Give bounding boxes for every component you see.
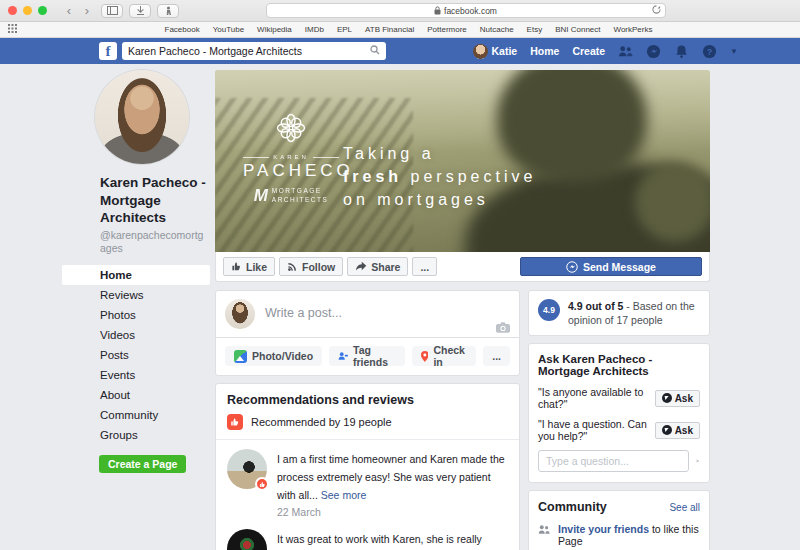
see-more-link[interactable]: See more xyxy=(321,489,367,501)
tag-friends-icon xyxy=(338,350,348,362)
refresh-icon xyxy=(652,5,661,14)
bookmark-item[interactable]: Nutcache xyxy=(480,25,514,34)
suggested-question: "Is anyone available to chat?" xyxy=(538,386,655,410)
account-menu-caret-icon[interactable]: ▼ xyxy=(730,47,738,56)
review-date[interactable]: 22 March xyxy=(277,506,508,518)
download-extension-button[interactable] xyxy=(129,4,151,18)
sidebar-item-about[interactable]: About xyxy=(62,385,210,405)
tag-friends-button[interactable]: Tag friends xyxy=(329,346,405,366)
address-bar[interactable]: facebook.com xyxy=(266,3,666,18)
close-window-button[interactable] xyxy=(8,6,17,15)
create-page-button[interactable]: Create a Page xyxy=(99,455,186,473)
browser-window: ‹ › facebook.com xyxy=(0,0,800,550)
home-link[interactable]: Home xyxy=(530,45,559,57)
user-name: Katie xyxy=(492,45,518,57)
thumb-up-icon xyxy=(231,261,242,272)
like-button[interactable]: Like xyxy=(223,257,275,276)
sidebar-item-events[interactable]: Events xyxy=(62,365,210,385)
facebook-page-body: Karen Pacheco - Mortgage Architects @kar… xyxy=(0,64,800,550)
share-arrow-icon xyxy=(355,261,367,272)
reviewer-avatar[interactable] xyxy=(227,529,267,550)
create-link[interactable]: Create xyxy=(572,45,605,57)
check-in-pin-icon xyxy=(421,350,429,363)
sidebar-item-community[interactable]: Community xyxy=(62,405,210,425)
facebook-search-input[interactable]: Karen Pacheco - Mortgage Architects xyxy=(122,42,386,60)
bookmark-item[interactable]: Facebook xyxy=(165,25,200,34)
download-icon xyxy=(136,6,145,15)
messenger-bolt-icon xyxy=(566,261,578,273)
back-button[interactable]: ‹ xyxy=(61,4,77,18)
sidebar-item-videos[interactable]: Videos xyxy=(62,325,210,345)
ma-mark: M xyxy=(254,187,268,204)
forward-button[interactable]: › xyxy=(79,4,95,18)
bookmarks-grid-icon[interactable] xyxy=(8,24,17,35)
minimize-window-button[interactable] xyxy=(23,6,32,15)
notifications-icon[interactable] xyxy=(674,44,689,59)
ask-button[interactable]: Ask xyxy=(655,390,700,407)
photo-video-button[interactable]: Photo/Video xyxy=(225,346,322,366)
bookmark-item[interactable]: Etsy xyxy=(527,25,543,34)
sidebar-item-home[interactable]: Home xyxy=(62,265,210,285)
bookmark-item[interactable]: BNI Connect xyxy=(555,25,600,34)
share-button[interactable]: Share xyxy=(347,257,408,276)
review-text: I am a first time homeowner and Karen ma… xyxy=(277,453,505,501)
url-text: facebook.com xyxy=(444,6,497,16)
sidebar-item-posts[interactable]: Posts xyxy=(62,345,210,365)
svg-text:?: ? xyxy=(707,46,712,56)
page-handle: @karenpachecomortgages xyxy=(100,229,204,255)
cover-photo[interactable]: KAREN PACHECO M MORTGAGE ARCHITECTS Taki… xyxy=(215,70,710,252)
sidebar-item-groups[interactable]: Groups xyxy=(62,425,210,445)
reviewer-avatar[interactable] xyxy=(227,449,267,489)
see-all-link[interactable]: See all xyxy=(669,502,700,513)
sidebar-item-reviews[interactable]: Reviews xyxy=(62,285,210,305)
extension-button[interactable] xyxy=(157,4,179,18)
reviews-title: Recommendations and reviews xyxy=(216,384,519,414)
zoom-window-button[interactable] xyxy=(38,6,47,15)
ask-button[interactable]: Ask xyxy=(655,422,700,439)
composer-placeholder: Write a post... xyxy=(265,306,342,320)
send-message-button[interactable]: Send Message xyxy=(520,257,702,276)
page-title: Karen Pacheco - Mortgage Architects xyxy=(100,174,210,227)
more-actions-button[interactable]: ... xyxy=(412,257,437,276)
profile-shortcut[interactable]: Katie xyxy=(473,44,518,59)
invite-friends-link[interactable]: Invite your friends xyxy=(558,523,649,535)
bookmark-item[interactable]: IMDb xyxy=(305,25,324,34)
feed-column: Write a post... Photo/Video Tag fri xyxy=(215,290,520,550)
messenger-icon[interactable] xyxy=(646,44,661,59)
bookmark-item[interactable]: YouTube xyxy=(213,25,244,34)
browser-toolbar: ‹ › facebook.com xyxy=(0,0,800,22)
bookmark-item[interactable]: ATB Financial xyxy=(365,25,414,34)
photo-video-icon xyxy=(234,350,247,363)
composer-input[interactable]: Write a post... xyxy=(216,291,519,337)
friend-requests-icon[interactable] xyxy=(618,44,633,59)
follow-button[interactable]: Follow xyxy=(279,257,343,276)
rating-score-badge: 4.9 xyxy=(538,299,560,321)
review-item: I am a first time homeowner and Karen ma… xyxy=(216,440,519,520)
question-input[interactable] xyxy=(538,450,689,472)
review-item: It was great to work with Karen, she is … xyxy=(216,520,519,550)
camera-icon[interactable] xyxy=(496,322,510,333)
ask-title: Ask Karen Pacheco - Mortgage Architects xyxy=(538,353,700,377)
facebook-logo[interactable]: f xyxy=(99,42,117,60)
check-in-button[interactable]: Check in xyxy=(412,346,477,366)
messenger-mini-icon xyxy=(662,393,672,403)
refresh-button[interactable] xyxy=(652,5,661,16)
send-icon[interactable] xyxy=(696,455,700,467)
recommend-bubble-icon xyxy=(227,414,243,430)
help-icon[interactable]: ? xyxy=(702,44,717,59)
bookmark-item[interactable]: WorkPerks xyxy=(614,25,653,34)
page-profile-photo[interactable] xyxy=(95,70,189,164)
bookmark-item[interactable]: Wikipedia xyxy=(257,25,292,34)
composer-more-button[interactable]: ... xyxy=(483,346,510,366)
ma-line1: MORTGAGE xyxy=(272,187,322,194)
sidebar-toggle-button[interactable] xyxy=(101,4,123,18)
bookmarks-bar: Facebook YouTube Wikipedia IMDb EPL ATB … xyxy=(0,22,800,38)
bookmark-item[interactable]: Pottermore xyxy=(427,25,467,34)
brand-pacheco: PACHECO xyxy=(243,161,339,181)
rating-text: 4.9 out of 5 - Based on the opinion of 1… xyxy=(568,299,700,327)
page-sidebar: Karen Pacheco - Mortgage Architects @kar… xyxy=(62,70,210,473)
bookmark-item[interactable]: EPL xyxy=(337,25,352,34)
suggested-question: "I have a question. Can you help?" xyxy=(538,418,655,442)
sidebar-item-photos[interactable]: Photos xyxy=(62,305,210,325)
cover-tagline: Taking a fresh perspective on mortgages xyxy=(343,142,536,212)
